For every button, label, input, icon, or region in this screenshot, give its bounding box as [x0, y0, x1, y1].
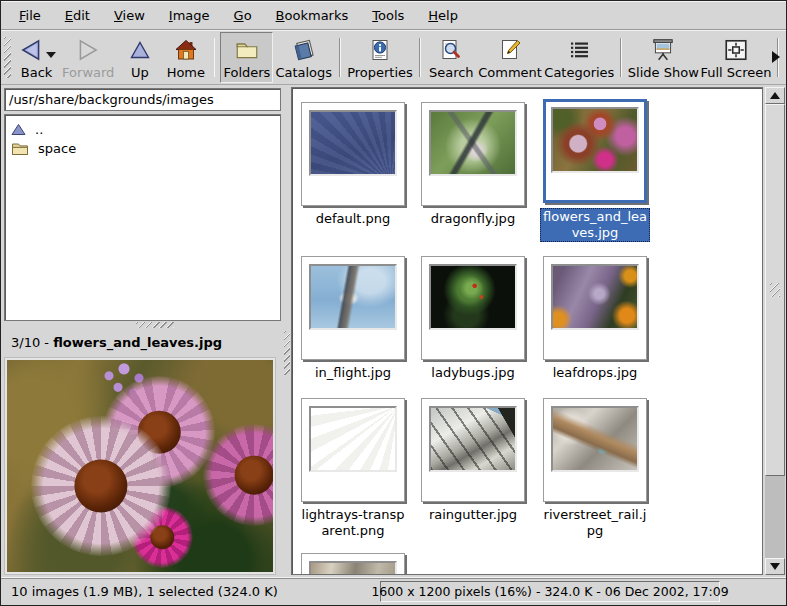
menu-edit[interactable]: Edit: [53, 1, 102, 29]
folder-list[interactable]: .. space: [4, 114, 281, 321]
properties-label: Properties: [347, 65, 413, 80]
thumbnail-in-flight-jpg[interactable]: in_flight.jpg: [298, 256, 408, 381]
home-label: Home: [167, 65, 205, 80]
folder-row-space[interactable]: space: [7, 139, 278, 158]
thumbnail-label: leafdrops.jpg: [540, 365, 650, 381]
thumbnail-ladybugs-jpg[interactable]: ladybugs.jpg: [418, 256, 528, 381]
folder-icon: [11, 141, 29, 156]
thumbnail-leafdrops-jpg[interactable]: leafdrops.jpg: [540, 256, 650, 381]
thumbnail-default-png[interactable]: default.png: [298, 102, 408, 227]
thumbnail-frame: [301, 398, 405, 502]
search-label: Search: [429, 65, 474, 80]
thumbnail-image: [551, 264, 639, 330]
full-screen-button[interactable]: Full Screen: [700, 32, 773, 83]
thumbnail-label: dragonfly.jpg: [418, 211, 528, 227]
preview-status: 3/10 - flowers_and_leaves.jpg: [4, 329, 283, 355]
thumbnail-frame: [543, 99, 647, 203]
thumbnail-frame: [543, 398, 647, 502]
thumbnail-lightrays-transparent-png[interactable]: lightrays-transparent.png: [298, 398, 408, 539]
list-icon: [567, 38, 591, 62]
up-triangle-icon: [11, 123, 26, 136]
categories-button[interactable]: Categories: [543, 32, 615, 83]
toolbar-overflow-arrow[interactable]: [772, 51, 780, 63]
catalogs-button[interactable]: Catalogs: [273, 32, 334, 83]
menu-go-label: Go: [234, 8, 252, 23]
thumbnail-frame: [421, 256, 525, 360]
scrollbar-thumb[interactable]: [765, 104, 785, 476]
statusbar-image-info: 1600 x 1200 pixels (16%) - 324.0 K - 06 …: [380, 581, 720, 602]
scroll-up-button[interactable]: [765, 87, 785, 104]
forward-button[interactable]: Forward: [60, 32, 117, 83]
toolbar-separator: [214, 38, 216, 77]
toolbar-drag-handle[interactable]: [4, 37, 11, 78]
back-history-dropdown-icon[interactable]: [46, 52, 56, 58]
thumbnail-image: [309, 561, 397, 575]
slide-show-button[interactable]: Slide Show: [627, 32, 700, 83]
back-icon: [18, 37, 44, 63]
scrollbar-trough[interactable]: [765, 476, 785, 558]
preview-status-filename: flowers_and_leaves.jpg: [53, 335, 222, 350]
search-icon: [439, 38, 463, 62]
folders-button[interactable]: Folders: [220, 32, 273, 83]
thumbnail-frame: [301, 102, 405, 206]
catalogs-label: Catalogs: [275, 65, 332, 80]
statusbar-file-count: 10 images (1.9 MB), 1 selected (324.0 K): [3, 584, 377, 599]
menu-image[interactable]: Image: [157, 1, 222, 29]
menu-view[interactable]: View: [102, 1, 157, 29]
thumbnail-flowers-and-leaves-jpg[interactable]: flowers_and_leaves.jpg: [540, 99, 650, 242]
thumbnail-frame: [543, 256, 647, 360]
menu-tools[interactable]: Tools: [360, 1, 416, 29]
menu-help-label: Help: [428, 8, 458, 23]
properties-button[interactable]: Properties: [346, 32, 414, 83]
vertical-splitter[interactable]: [283, 85, 291, 577]
menu-go[interactable]: Go: [222, 1, 264, 29]
thumbnail-frame: [421, 398, 525, 502]
categories-label: Categories: [544, 65, 614, 80]
projector-screen-icon: [650, 37, 676, 63]
gthumb-window: File Edit View Image Go Bookmarks Tools …: [0, 0, 787, 606]
splitter-grip: [136, 322, 174, 328]
toolbar-separator: [620, 38, 622, 77]
home-button[interactable]: Home: [163, 32, 209, 83]
menu-bookmarks[interactable]: Bookmarks: [264, 1, 361, 29]
thumbnail-label: riverstreet_rail.jpg: [540, 507, 650, 539]
thumbnail-image: [429, 264, 517, 330]
menu-file-label: File: [19, 8, 41, 23]
menu-tools-label: Tools: [372, 8, 404, 23]
thumbnail-image: [429, 406, 517, 472]
thumbnail-image: [309, 406, 397, 472]
folder-row-parent[interactable]: ..: [7, 120, 278, 139]
comment-label: Comment: [478, 65, 542, 80]
thumbnail-raingutter-jpg[interactable]: raingutter.jpg: [418, 398, 528, 523]
horizontal-splitter[interactable]: [4, 321, 283, 329]
thumbnail-riverstreet-rail-jpg[interactable]: riverstreet_rail.jpg: [540, 398, 650, 539]
arrow-up-icon: [770, 92, 780, 99]
up-button[interactable]: Up: [117, 32, 163, 83]
thumbnail-image: [551, 406, 639, 472]
scroll-down-button[interactable]: [765, 558, 785, 575]
comment-icon: [498, 38, 522, 62]
thumbnail-frame: [301, 256, 405, 360]
thumbnail-image: [309, 110, 397, 176]
thumbnail-label: in_flight.jpg: [298, 365, 408, 381]
thumbnail-partial[interactable]: [298, 553, 408, 575]
thumbnail-browser[interactable]: default.png dragonfly.jpg flowers_and_le…: [291, 87, 763, 575]
back-button[interactable]: Back: [14, 32, 60, 83]
menu-file[interactable]: File: [7, 1, 53, 29]
menu-help[interactable]: Help: [416, 1, 470, 29]
comment-button[interactable]: Comment: [477, 32, 544, 83]
thumbnail-frame: [421, 102, 525, 206]
thumbnail-dragonfly-jpg[interactable]: dragonfly.jpg: [418, 102, 528, 227]
search-button[interactable]: Search: [426, 32, 477, 83]
thumbnail-label: ladybugs.jpg: [418, 365, 528, 381]
thumbnail-label: flowers_and_leaves.jpg: [540, 208, 650, 242]
arrow-down-icon: [770, 563, 780, 570]
folders-label: Folders: [223, 65, 270, 80]
vertical-scrollbar[interactable]: [765, 87, 785, 575]
toolbar-separator: [419, 38, 421, 77]
main-content: /usr/share/backgrounds/images .. space 3…: [1, 85, 786, 577]
location-entry[interactable]: /usr/share/backgrounds/images: [4, 88, 281, 111]
book-icon: [291, 37, 317, 63]
full-screen-label: Full Screen: [700, 65, 771, 80]
splitter-grip: [284, 331, 290, 375]
